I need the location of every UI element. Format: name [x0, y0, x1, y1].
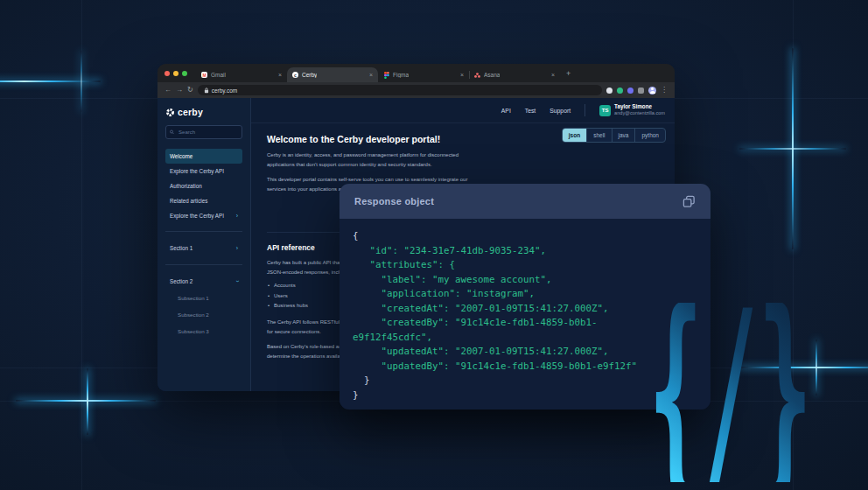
tab-label: Cerby [302, 72, 317, 78]
section-label: Section 1 [170, 245, 192, 251]
sidebar-divider [165, 231, 242, 232]
tab-label: Figma [393, 72, 409, 78]
subsection-label: Subsection 1 [178, 295, 209, 301]
tab-label: Asana [484, 72, 500, 78]
marketing-scene: M Gmail × c Cerby × Figma × Asana [0, 0, 868, 490]
sidebar-item-explore-api[interactable]: Explore the Cerby API [165, 164, 242, 178]
glow-cross-bottom-left-h [16, 400, 156, 402]
close-tab-icon[interactable]: × [369, 72, 373, 78]
asana-icon [474, 72, 480, 78]
lang-tab-json[interactable]: json [563, 129, 586, 142]
header-divider [584, 104, 585, 116]
response-panel-header: Response object [340, 184, 710, 219]
lang-tab-java[interactable]: java [612, 129, 635, 142]
header-link-test[interactable]: Test [525, 108, 536, 114]
back-icon[interactable]: ← [164, 87, 172, 94]
search-icon [170, 130, 174, 135]
header-link-support[interactable]: Support [550, 108, 570, 114]
sidebar-subsection-2[interactable]: Subsection 2 [165, 306, 242, 323]
code-line: "id": "234-31e7-41db-9035-234", [353, 244, 710, 259]
user-name: Taylor Simone [614, 103, 665, 110]
browser-profile-avatar[interactable] [648, 87, 656, 94]
chevron-down-icon: › [234, 280, 240, 282]
extensions-puzzle-icon[interactable] [638, 88, 644, 94]
close-window-button[interactable] [164, 71, 170, 76]
sidebar-item-related-articles[interactable]: Related articles [165, 193, 242, 208]
minimize-window-button[interactable] [173, 71, 178, 76]
section-label: Section 2 [170, 278, 192, 284]
extension-icon[interactable] [617, 88, 623, 94]
browser-tab-figma[interactable]: Figma × [378, 67, 469, 82]
address-bar[interactable]: cerby.com [198, 85, 602, 95]
lock-icon [204, 88, 209, 94]
sidebar: cerby Welcome Explore the Cerby API [158, 98, 251, 391]
lang-tab-shell[interactable]: shell [586, 129, 611, 142]
sidebar-nav: Welcome Explore the Cerby API Authorizat… [165, 149, 242, 340]
user-avatar: TS [599, 105, 611, 116]
intro-paragraph-1: Cerby is an identity, access, and passwo… [267, 150, 470, 169]
window-controls [164, 71, 196, 76]
extension-icon[interactable] [627, 88, 634, 94]
gmail-icon: M [201, 72, 207, 78]
search-input[interactable] [177, 129, 238, 136]
nav-label: Explore the Cerby API [170, 213, 224, 219]
extension-icon[interactable] [606, 88, 612, 94]
sidebar-item-authorization[interactable]: Authorization [165, 178, 242, 193]
copy-icon[interactable] [682, 195, 696, 208]
user-email: andy@contentzilla.com [614, 110, 665, 116]
glow-cross-top-left-h [0, 80, 101, 82]
response-panel-title: Response object [354, 196, 434, 206]
glow-cross-top-left-v [80, 51, 82, 112]
glow-cross-top-right-h [739, 148, 846, 150]
browser-tab-cerby[interactable]: c Cerby × [287, 67, 378, 82]
lang-tab-python[interactable]: python [634, 129, 665, 142]
nav-label: Related articles [170, 198, 207, 204]
new-tab-button[interactable]: + [566, 69, 570, 78]
cerby-favicon: c [292, 72, 298, 78]
user-menu[interactable]: TS Taylor Simone andy@contentzilla.com [599, 103, 665, 116]
logo-text: cerby [178, 107, 203, 117]
subsection-label: Subsection 3 [178, 328, 209, 334]
sidebar-divider [165, 264, 242, 265]
sidebar-item-explore-api-2[interactable]: Explore the Cerby API › [165, 208, 242, 223]
nav-label: Authorization [170, 183, 202, 189]
glow-cross-right-v [816, 340, 817, 396]
code-line: { [353, 229, 710, 244]
search-box[interactable] [165, 125, 242, 139]
nav-label: Welcome [170, 153, 192, 159]
cerby-logo[interactable]: cerby [165, 107, 242, 117]
sidebar-subsection-3[interactable]: Subsection 3 [165, 323, 242, 340]
close-tab-icon[interactable]: × [460, 72, 464, 78]
browser-toolbar: ← → ↻ cerby.com ⋮ [158, 82, 675, 98]
browser-tab-asana[interactable]: Asana × [469, 67, 560, 82]
chevron-right-icon: › [236, 213, 238, 219]
header-link-api[interactable]: API [501, 108, 511, 114]
browser-tab-gmail[interactable]: M Gmail × [196, 67, 287, 82]
code-brackets-glyph: {/} [648, 303, 812, 482]
language-tabs: json shell java python [562, 128, 666, 143]
subsection-label: Subsection 2 [178, 312, 209, 318]
url-text: cerby.com [212, 88, 238, 94]
browser-menu-icon[interactable]: ⋮ [661, 87, 668, 94]
tab-label: Gmail [211, 72, 226, 78]
close-tab-icon[interactable]: × [551, 72, 555, 78]
forward-icon[interactable]: → [176, 87, 183, 94]
cerby-logo-icon [165, 108, 175, 117]
reload-icon[interactable]: ↻ [187, 87, 193, 94]
sidebar-item-welcome[interactable]: Welcome [165, 149, 242, 164]
glow-cross-bottom-left-v [87, 368, 88, 435]
sidebar-section-2[interactable]: Section 2 › [165, 273, 242, 290]
close-tab-icon[interactable]: × [278, 72, 282, 78]
sidebar-section-1[interactable]: Section 1 › [165, 240, 242, 256]
portal-header: API Test Support TS Taylor Simone andy@c… [251, 98, 675, 123]
nav-label: Explore the Cerby API [170, 168, 224, 174]
chevron-right-icon: › [236, 245, 238, 251]
maximize-window-button[interactable] [182, 71, 187, 76]
browser-tabstrip: M Gmail × c Cerby × Figma × Asana [158, 64, 675, 82]
sidebar-subsection-1[interactable]: Subsection 1 [165, 290, 242, 306]
figma-icon [383, 72, 389, 78]
